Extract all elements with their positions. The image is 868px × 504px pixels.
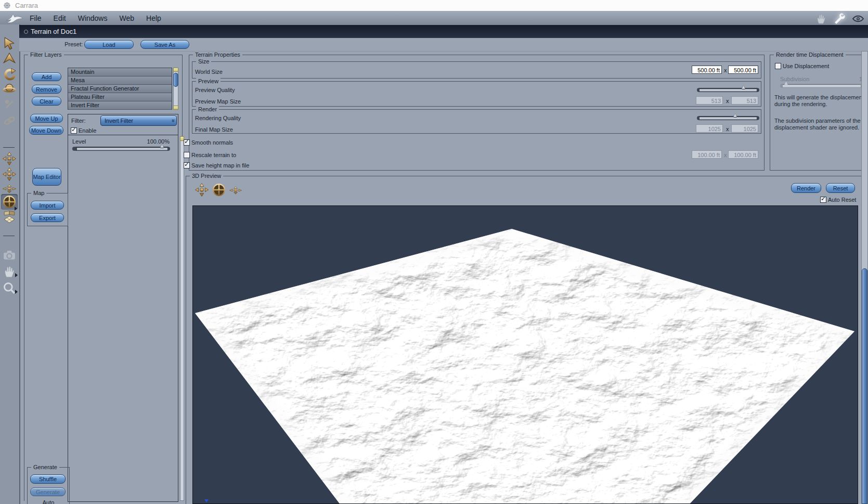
level-slider-thumb[interactable]: ▲ <box>159 143 165 149</box>
level-label: Level <box>72 138 86 145</box>
preview-quality-label: Preview Quality <box>195 87 235 93</box>
eye-icon[interactable] <box>852 12 864 25</box>
rescale-terrain-label: Rescale terrain to <box>191 152 236 158</box>
enable-checkbox[interactable] <box>71 127 77 134</box>
smooth-normals-checkbox[interactable] <box>184 139 190 146</box>
pan-up-icon[interactable] <box>3 152 16 165</box>
filter-label: Filter: <box>71 118 86 124</box>
rescale-width-field: 100.00 ft <box>692 150 722 159</box>
shear-icon[interactable] <box>3 97 16 111</box>
menu-web[interactable]: Web <box>119 14 134 22</box>
auto-label: Auto <box>35 499 61 504</box>
map-editor-button[interactable]: Map Editor <box>32 168 61 186</box>
auto-reset-checkbox[interactable] <box>820 197 826 203</box>
enable-label: Enable <box>79 127 96 134</box>
move-down-button[interactable]: Move Down <box>29 126 63 135</box>
level-slider[interactable] <box>72 147 170 151</box>
displacement-group-title: Render time Displacement <box>774 51 846 58</box>
world-size-height-field[interactable]: 500.00 ft <box>728 66 758 74</box>
terrain-3d-viewport[interactable] <box>192 205 858 504</box>
rendering-quality-slider[interactable] <box>697 116 759 120</box>
rescale-height-field: 100.00 ft <box>728 150 758 159</box>
use-displacement-label: Use Displacement <box>783 63 829 69</box>
zoom-icon[interactable] <box>3 281 16 295</box>
rescale-terrain-checkbox[interactable] <box>184 152 190 158</box>
list-scrollbar-thumb[interactable] <box>173 73 178 87</box>
export-button[interactable]: Export <box>31 213 64 222</box>
add-button[interactable]: Add <box>32 72 61 81</box>
wrench-icon[interactable] <box>833 12 846 25</box>
filter-layer-list: Mountain Mesa Fractal Function Generator… <box>68 68 172 110</box>
save-height-map-checkbox[interactable] <box>184 162 190 169</box>
render-button[interactable]: Render <box>791 183 821 193</box>
remove-button[interactable]: Remove <box>32 85 61 94</box>
orbit-icon[interactable] <box>195 183 209 197</box>
carrara-logo-icon <box>5 12 24 24</box>
hand-icon[interactable] <box>3 265 16 278</box>
reset-button[interactable]: Reset <box>826 183 855 193</box>
map-group-title: Map <box>31 190 46 196</box>
move-icon[interactable] <box>3 52 16 66</box>
filter-dropdown[interactable]: Invert Filter « <box>100 115 177 126</box>
window-scrollbar-thumb[interactable] <box>862 268 867 504</box>
list-item[interactable]: Mountain <box>68 68 172 76</box>
list-scrollbar-bottom-cap[interactable] <box>173 106 178 110</box>
preview-map-height-field: 513 <box>731 96 758 105</box>
move-up-button[interactable]: Move Up <box>30 114 63 123</box>
menu-windows[interactable]: Windows <box>78 14 108 22</box>
scale-icon[interactable] <box>3 82 16 95</box>
menu-file[interactable]: File <box>30 14 42 22</box>
doc-title: Terrain of Doc1 <box>31 28 76 35</box>
rescale-times-label: x <box>724 152 727 158</box>
link-icon[interactable] <box>3 114 16 127</box>
pan-flat-icon[interactable] <box>229 184 242 197</box>
preview-group: Preview <box>192 81 761 107</box>
import-button[interactable]: Import <box>31 201 64 210</box>
chevron-down-icon: « <box>170 119 176 122</box>
render-group: Render <box>192 109 761 134</box>
preview-quality-slider[interactable] <box>697 88 759 92</box>
room-corner-icon[interactable] <box>3 211 16 224</box>
preview-quality-thumb[interactable]: ▲ <box>741 84 746 90</box>
final-map-size-label: Final Map Size <box>195 126 233 133</box>
subdivision-value: 1 <box>832 76 862 82</box>
size-times-label: x <box>724 67 727 73</box>
preset-label: Preset: <box>40 41 83 47</box>
use-displacement-checkbox[interactable] <box>775 63 781 69</box>
preset-load-button[interactable]: Load <box>84 40 134 49</box>
camera-icon[interactable] <box>3 248 16 262</box>
clear-button[interactable]: Clear <box>32 97 61 106</box>
carrara-window: Carrara File Edit Windows Web Help <box>0 0 868 504</box>
shuffle-button[interactable]: Shuffle <box>30 474 66 484</box>
preset-save-as-button[interactable]: Save As <box>140 40 189 49</box>
final-map-width-field: 1025 <box>696 124 723 133</box>
subdivision-thumb: ▲ <box>783 80 789 86</box>
rendering-quality-thumb[interactable]: ▲ <box>732 112 738 118</box>
list-item[interactable]: Fractal Function Generator <box>68 85 172 93</box>
list-item[interactable]: Invert Filter <box>68 101 172 110</box>
scroll-indicator-icon <box>204 499 209 502</box>
generate-button[interactable]: Generate <box>30 487 66 496</box>
list-scrollbar-top-cap[interactable] <box>173 68 178 72</box>
hand-icon[interactable] <box>815 13 827 24</box>
preview-map-width-field: 513 <box>696 96 723 105</box>
displacement-note-1: This will generate the displacement duri… <box>774 94 864 108</box>
list-item[interactable]: Plateau Filter <box>68 93 172 101</box>
rotate-icon[interactable] <box>3 68 16 81</box>
panel-scrollbar[interactable] <box>180 136 184 501</box>
filter-settings-panel <box>68 114 178 502</box>
window-titlebar: Carrara <box>0 0 868 11</box>
list-item[interactable]: Mesa <box>68 76 172 85</box>
preview-group-title: Preview <box>196 78 221 84</box>
select-arrow-icon[interactable] <box>3 36 16 50</box>
pan-3d-icon[interactable] <box>3 167 16 181</box>
menu-help[interactable]: Help <box>146 14 161 22</box>
trackball-icon[interactable] <box>212 183 226 197</box>
final-times-label: x <box>726 126 729 132</box>
world-size-width-field[interactable]: 500.00 ft <box>692 66 722 74</box>
generate-group-title: Generate <box>31 464 59 470</box>
terrain-properties-title: Terrain Properties <box>193 51 242 58</box>
preview-times-label: x <box>726 98 729 104</box>
menu-edit[interactable]: Edit <box>54 14 66 22</box>
final-map-height-field: 1025 <box>731 124 758 133</box>
